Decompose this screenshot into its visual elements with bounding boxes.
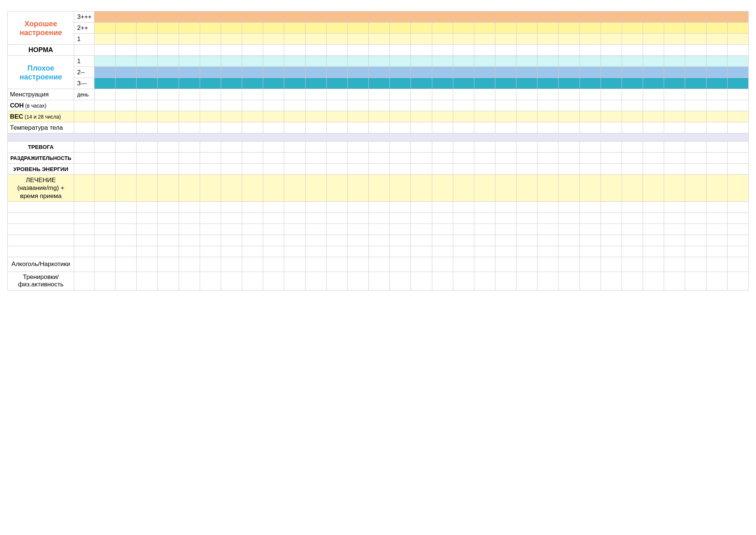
day-cell[interactable] — [94, 153, 116, 164]
day-cell[interactable] — [453, 67, 474, 78]
day-cell[interactable] — [559, 78, 580, 89]
day-cell[interactable] — [242, 142, 263, 153]
day-cell[interactable] — [347, 100, 368, 111]
day-cell[interactable] — [263, 56, 284, 67]
day-cell[interactable] — [326, 201, 347, 212]
day-cell[interactable] — [221, 78, 242, 89]
day-cell[interactable] — [495, 100, 516, 111]
day-cell[interactable] — [727, 212, 748, 224]
day-cell[interactable] — [474, 111, 495, 122]
day-cell[interactable] — [643, 164, 664, 175]
day-cell[interactable] — [516, 246, 537, 257]
day-cell[interactable] — [221, 246, 242, 257]
day-cell[interactable] — [179, 142, 200, 153]
day-cell[interactable] — [643, 34, 664, 45]
day-cell[interactable] — [516, 56, 537, 67]
day-cell[interactable] — [559, 235, 580, 246]
day-cell[interactable] — [179, 89, 200, 100]
day-cell[interactable] — [94, 67, 116, 78]
empty-sub[interactable] — [74, 235, 94, 246]
day-cell[interactable] — [643, 246, 664, 257]
day-cell[interactable] — [495, 23, 516, 34]
day-cell[interactable] — [158, 34, 179, 45]
day-cell[interactable] — [179, 201, 200, 212]
day-cell[interactable] — [580, 257, 601, 272]
day-cell[interactable] — [390, 122, 411, 133]
day-cell[interactable] — [516, 257, 537, 272]
day-cell[interactable] — [559, 246, 580, 257]
day-cell[interactable] — [706, 67, 727, 78]
day-cell[interactable] — [559, 100, 580, 111]
day-cell[interactable] — [263, 89, 284, 100]
day-cell[interactable] — [116, 164, 137, 175]
day-cell[interactable] — [453, 272, 474, 290]
day-cell[interactable] — [411, 56, 432, 67]
day-cell[interactable] — [369, 78, 390, 89]
blank-label[interactable] — [8, 212, 74, 224]
day-cell[interactable] — [685, 56, 706, 67]
day-cell[interactable] — [706, 257, 727, 272]
day-cell[interactable] — [137, 45, 158, 56]
empty-sub[interactable] — [74, 212, 94, 224]
day-cell[interactable] — [221, 212, 242, 224]
day-cell[interactable] — [263, 34, 284, 45]
day-cell[interactable] — [200, 111, 221, 122]
day-cell[interactable] — [137, 235, 158, 246]
day-cell[interactable] — [116, 45, 137, 56]
day-cell[interactable] — [200, 246, 221, 257]
day-cell[interactable] — [474, 224, 495, 235]
day-cell[interactable] — [643, 56, 664, 67]
day-cell[interactable] — [369, 45, 390, 56]
day-cell[interactable] — [94, 100, 116, 111]
day-cell[interactable] — [580, 235, 601, 246]
day-cell[interactable] — [495, 11, 516, 23]
day-cell[interactable] — [116, 235, 137, 246]
day-cell[interactable] — [643, 100, 664, 111]
day-cell[interactable] — [137, 224, 158, 235]
day-cell[interactable] — [200, 45, 221, 56]
day-cell[interactable] — [559, 11, 580, 23]
day-cell[interactable] — [369, 56, 390, 67]
day-cell[interactable] — [474, 201, 495, 212]
day-cell[interactable] — [474, 100, 495, 111]
day-cell[interactable] — [664, 23, 685, 34]
day-cell[interactable] — [432, 23, 453, 34]
day-cell[interactable] — [390, 235, 411, 246]
day-cell[interactable] — [221, 201, 242, 212]
day-cell[interactable] — [537, 111, 559, 122]
day-cell[interactable] — [305, 100, 326, 111]
day-cell[interactable] — [580, 89, 601, 100]
day-cell[interactable] — [643, 153, 664, 164]
day-cell[interactable] — [453, 257, 474, 272]
day-cell[interactable] — [537, 201, 559, 212]
day-cell[interactable] — [284, 224, 305, 235]
day-cell[interactable] — [369, 272, 390, 290]
day-cell[interactable] — [559, 153, 580, 164]
day-cell[interactable] — [200, 201, 221, 212]
day-cell[interactable] — [263, 212, 284, 224]
day-cell[interactable] — [200, 142, 221, 153]
day-cell[interactable] — [643, 11, 664, 23]
day-cell[interactable] — [137, 142, 158, 153]
day-cell[interactable] — [326, 235, 347, 246]
day-cell[interactable] — [221, 175, 242, 202]
day-cell[interactable] — [559, 201, 580, 212]
day-cell[interactable] — [326, 100, 347, 111]
day-cell[interactable] — [242, 246, 263, 257]
day-cell[interactable] — [137, 111, 158, 122]
day-cell[interactable] — [537, 246, 559, 257]
day-cell[interactable] — [116, 34, 137, 45]
day-cell[interactable] — [411, 100, 432, 111]
day-cell[interactable] — [664, 201, 685, 212]
day-cell[interactable] — [432, 175, 453, 202]
day-cell[interactable] — [559, 272, 580, 290]
day-cell[interactable] — [537, 34, 559, 45]
day-cell[interactable] — [158, 122, 179, 133]
day-cell[interactable] — [305, 78, 326, 89]
day-cell[interactable] — [137, 153, 158, 164]
day-cell[interactable] — [706, 111, 727, 122]
day-cell[interactable] — [580, 246, 601, 257]
day-cell[interactable] — [158, 23, 179, 34]
day-cell[interactable] — [326, 56, 347, 67]
day-cell[interactable] — [263, 67, 284, 78]
